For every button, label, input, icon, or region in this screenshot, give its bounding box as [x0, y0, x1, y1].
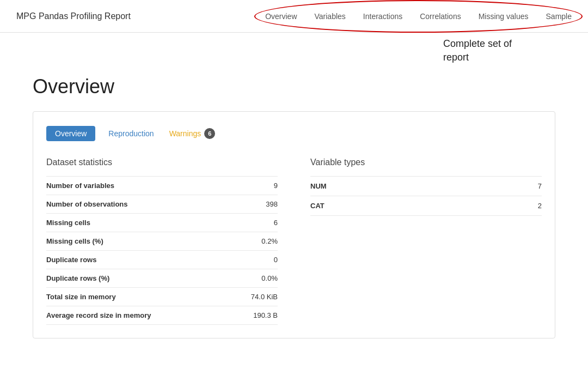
stat-row: Total size in memory 74.0 KiB	[46, 287, 278, 306]
dataset-statistics-rows: Number of variables 9 Number of observat…	[46, 176, 278, 325]
var-value: 7	[538, 182, 542, 190]
stat-value: 0	[274, 256, 278, 264]
stat-row: Duplicate rows 0	[46, 250, 278, 269]
var-row: CAT 2	[310, 196, 542, 216]
nav-item-missing-values[interactable]: Missing values	[479, 10, 529, 23]
main-nav: Overview Variables Interactions Correlat…	[265, 10, 572, 23]
stat-row: Missing cells (%) 0.2%	[46, 232, 278, 250]
stat-value: 190.3 B	[253, 311, 278, 319]
nav-oval-annotation	[254, 0, 583, 33]
dataset-statistics-title: Dataset statistics	[46, 158, 278, 167]
stat-row: Average record size in memory 190.3 B	[46, 306, 278, 325]
stat-value: 398	[266, 200, 278, 208]
warnings-label: Warnings	[169, 129, 201, 138]
main-content: Overview Overview Reproduction Warnings …	[0, 64, 588, 360]
nav-item-interactions[interactable]: Interactions	[363, 10, 402, 23]
stat-label: Duplicate rows (%)	[46, 274, 109, 282]
stat-label: Total size in memory	[46, 293, 116, 301]
stat-value: 0.2%	[261, 237, 278, 245]
overview-card: Overview Reproduction Warnings 6 Dataset…	[33, 111, 555, 338]
annotation-text: Complete set of report	[443, 37, 512, 64]
variable-types-section: Variable types NUM 7 CAT 2	[310, 158, 542, 325]
stat-row: Missing cells 6	[46, 213, 278, 232]
var-value: 2	[538, 202, 542, 210]
stats-layout: Dataset statistics Number of variables 9…	[46, 158, 542, 325]
annotation-container: Complete set of report	[0, 33, 588, 64]
stat-row: Duplicate rows (%) 0.0%	[46, 269, 278, 287]
stat-label: Number of observations	[46, 200, 128, 208]
stat-row: Number of variables 9	[46, 176, 278, 195]
sub-tabs: Overview Reproduction Warnings 6	[46, 125, 542, 142]
stat-value: 9	[274, 182, 278, 190]
tab-overview[interactable]: Overview	[46, 126, 95, 141]
header: MPG Pandas Profiling Report Overview Var…	[0, 0, 588, 33]
annotation-line2: report	[443, 52, 469, 63]
nav-item-overview[interactable]: Overview	[265, 10, 297, 23]
tab-warnings[interactable]: Warnings 6	[167, 125, 218, 142]
var-label: NUM	[310, 182, 327, 190]
variable-types-rows: NUM 7 CAT 2	[310, 176, 542, 216]
page-title: Overview	[33, 75, 555, 98]
stat-label: Number of variables	[46, 182, 114, 190]
stat-value: 0.0%	[261, 274, 278, 282]
var-row: NUM 7	[310, 176, 542, 196]
variable-types-title: Variable types	[310, 158, 542, 167]
stat-value: 6	[274, 219, 278, 227]
dataset-statistics-section: Dataset statistics Number of variables 9…	[46, 158, 278, 325]
var-label: CAT	[310, 202, 324, 210]
nav-item-variables[interactable]: Variables	[315, 10, 346, 23]
tab-reproduction[interactable]: Reproduction	[100, 126, 162, 141]
stat-row: Number of observations 398	[46, 195, 278, 213]
stat-label: Duplicate rows	[46, 256, 96, 264]
warnings-badge: 6	[204, 128, 215, 139]
app-title: MPG Pandas Profiling Report	[16, 11, 131, 21]
stat-label: Average record size in memory	[46, 311, 151, 319]
stat-label: Missing cells	[46, 219, 90, 227]
stat-label: Missing cells (%)	[46, 237, 103, 245]
annotation-line1: Complete set of	[443, 38, 512, 49]
stat-value: 74.0 KiB	[251, 293, 278, 301]
nav-item-correlations[interactable]: Correlations	[420, 10, 461, 23]
nav-item-sample[interactable]: Sample	[546, 10, 572, 23]
